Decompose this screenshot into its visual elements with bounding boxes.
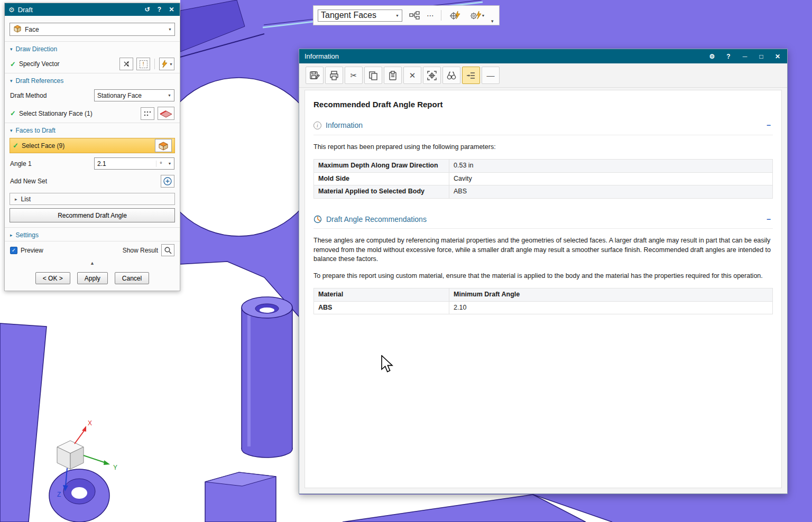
chevron-down-icon: ▼ [393, 14, 399, 17]
save-icon [309, 70, 320, 81]
goto-lines-icon [466, 70, 476, 81]
save-button[interactable] [306, 67, 324, 84]
section-label: Faces to Draft [16, 127, 56, 134]
column-header: Material [314, 288, 449, 302]
window-close-button[interactable]: ✕ [773, 53, 782, 60]
face-rule-value: Tangent Faces [321, 11, 376, 20]
select-stationary-face-label: Select Stationary Face (1) [19, 110, 93, 117]
section-settings[interactable]: ▸ Settings [5, 228, 180, 241]
angle-input-group: ° ▼ [94, 157, 174, 170]
section-draft-references[interactable]: ▾ Draft References [5, 73, 180, 87]
info-icon: i [313, 122, 321, 129]
information-section-header: i Information − [313, 120, 773, 135]
angle-input[interactable] [95, 160, 156, 167]
close-button[interactable]: ✕ [167, 6, 176, 13]
reset-button[interactable]: ↺ [143, 6, 152, 13]
help-button[interactable]: ? [155, 6, 164, 13]
cylinder-boss[interactable] [242, 297, 292, 458]
type-filter-select[interactable]: Face ▼ [10, 23, 175, 36]
recommendations-paragraph: These angles are computed by referencing… [313, 236, 773, 264]
ok-button[interactable]: < OK > [35, 272, 70, 284]
section-collapsed-icon: ▸ [15, 197, 17, 202]
select-face-row[interactable]: ✓ Select Face (9) [10, 138, 175, 153]
show-result-button[interactable] [161, 244, 174, 256]
recommend-draft-angle-button[interactable]: Recommend Draft Angle [10, 208, 175, 222]
parameters-table: Maximum Depth Along Draw Direction 0.53 … [313, 159, 773, 199]
section-expanded-icon: ▾ [10, 78, 13, 83]
snap-target-button[interactable] [448, 7, 463, 24]
vector-dialog-button[interactable] [119, 58, 133, 70]
information-title: Information [304, 52, 700, 60]
window-settings-button[interactable]: ⚙ [708, 53, 716, 60]
dialog-collapse-button[interactable]: ▲ [5, 259, 180, 268]
preview-checkbox[interactable]: ✓ [10, 247, 17, 254]
points-icon [143, 110, 152, 117]
param-value: ABS [449, 185, 773, 199]
check-icon: ✓ [13, 142, 19, 150]
table-row: ABS 2.10 [314, 301, 773, 314]
list-group[interactable]: ▸ List [10, 193, 175, 205]
face-rule-select[interactable]: Tangent Faces ▼ [318, 10, 402, 22]
column-header: Minimum Draft Angle [449, 288, 773, 302]
recommendations-table: Material Minimum Draft Angle ABS 2.10 [313, 288, 773, 314]
table-row: Maximum Depth Along Draw Direction 0.53 … [314, 160, 773, 173]
section-faces-to-draft[interactable]: ▾ Faces to Draft [5, 123, 180, 136]
section-draw-direction[interactable]: ▾ Draw Direction [5, 42, 180, 55]
section-expanded-icon: ▾ [10, 46, 13, 52]
snap-point-button[interactable] [141, 107, 154, 120]
add-new-set-button[interactable] [161, 175, 174, 188]
selection-hierarchy-button[interactable] [408, 7, 421, 24]
section-label: Settings [16, 231, 39, 239]
section-collapse-button[interactable]: − [767, 215, 773, 225]
part-hole[interactable] [157, 78, 321, 236]
information-window: Information ⚙ ? ─ □ ✕ ✂ ✕ [299, 49, 788, 494]
section-collapsed-icon: ▸ [10, 232, 13, 238]
information-titlebar[interactable]: Information ⚙ ? ─ □ ✕ [299, 49, 787, 63]
param-label: Material Applied to Selected Body [314, 185, 449, 199]
cancel-button[interactable]: Cancel [115, 272, 149, 284]
delete-button[interactable]: ✕ [403, 67, 421, 84]
lightning-icon [161, 60, 168, 68]
toolbar-overflow-button[interactable]: ▾ [491, 18, 494, 25]
draft-dialog-titlebar[interactable]: ⚙ Draft ↺ ? ✕ [5, 3, 180, 16]
collapse-all-button[interactable]: — [482, 67, 500, 84]
find-button[interactable] [442, 67, 460, 84]
triad-x-label: X [88, 420, 92, 427]
param-label: Mold Side [314, 172, 449, 185]
divider [441, 10, 441, 21]
apply-button[interactable]: Apply [77, 272, 108, 284]
vector-constructor-button[interactable]: ▼ [159, 58, 174, 70]
section-collapse-button[interactable]: − [767, 120, 773, 131]
snap-settings-button[interactable]: ▼ [468, 7, 486, 24]
face-icon [158, 141, 169, 151]
draft-dialog-title: Draft [18, 6, 140, 14]
window-help-button[interactable]: ? [724, 53, 733, 60]
param-value: Cavity [449, 172, 773, 185]
cut-button[interactable]: ✂ [345, 67, 363, 84]
window-minimize-button[interactable]: ─ [741, 53, 749, 60]
more-options-button[interactable]: ⋯ [427, 11, 435, 20]
draft-method-value: Stationary Face [97, 92, 142, 99]
chevron-down-icon: ▼ [165, 94, 171, 97]
stationary-face-button[interactable] [158, 107, 174, 120]
minus-icon: — [487, 71, 495, 80]
chevron-down-icon: ▼ [165, 27, 172, 31]
information-toolbar: ✂ ✕ — [299, 63, 787, 88]
window-maximize-button[interactable]: □ [757, 53, 765, 60]
chevron-down-icon[interactable]: ▼ [165, 162, 174, 165]
draft-method-select[interactable]: Stationary Face ▼ [94, 89, 174, 101]
step-block[interactable] [205, 472, 276, 522]
degree-unit[interactable]: ° [156, 161, 165, 167]
paste-button[interactable] [384, 67, 402, 84]
print-button[interactable] [325, 67, 343, 84]
type-filter-value: Face [25, 26, 39, 33]
select-region-button[interactable] [423, 67, 441, 84]
goto-line-button[interactable] [462, 67, 480, 84]
inferred-vector-icon: ! [140, 60, 147, 68]
show-result-label: Show Result [123, 247, 158, 254]
add-new-set-label: Add New Set [10, 178, 158, 185]
face-select-button[interactable] [155, 139, 172, 152]
inferred-vector-button[interactable]: ! [136, 58, 150, 70]
copy-button[interactable] [364, 67, 382, 84]
table-row: Material Applied to Selected Body ABS [314, 185, 773, 199]
